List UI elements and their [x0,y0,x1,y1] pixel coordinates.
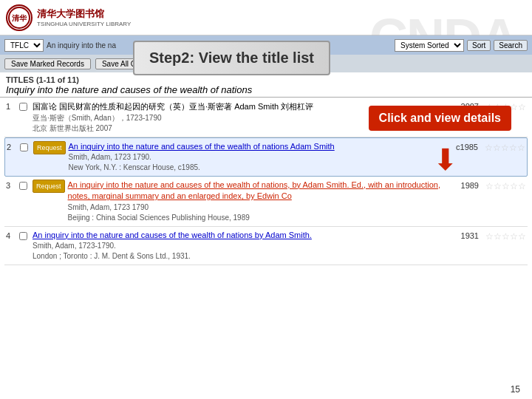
save-marked-button[interactable]: Save Marked Records [4,58,91,69]
row-year: 1989 [449,180,479,190]
row-meta2: Beijing : China Social Sciences Publishi… [68,213,446,223]
row-meta1: Smith, Adam, 1723 1790. [69,152,446,163]
row-number: 3 [6,180,16,190]
row-content: An inquiry into the nature and causes of… [68,180,446,223]
table-row: 3 Request An inquiry into the nature and… [4,177,528,227]
system-sorted-select[interactable]: System Sorted [395,39,464,52]
row-meta2: London ; Toronto : J. M. Dent & Sons Ltd… [33,251,446,262]
step2-banner: Step2: View the title list [133,41,330,75]
titles-header: TITLES (1-11 of 11) Inquiry into the nat… [0,72,532,98]
request-button[interactable]: Request [33,180,65,193]
row-title-english[interactable]: An inquiry into the nature and causes of… [69,141,446,152]
row-content: An inquiry into the nature and causes of… [33,230,446,262]
tflc-select[interactable]: TFLC [4,39,44,52]
row-stars: ☆☆☆☆☆ [482,230,526,242]
row-number: 1 [6,100,16,111]
page-number: 15 [511,384,520,395]
logo-chinese-name: 清华大学图书馆 [37,7,131,21]
arrow-icon: ⬇ [433,143,458,177]
row-checkbox[interactable] [19,100,30,112]
row-year: 1931 [449,230,479,240]
toolbar-right: System Sorted Sort Search [395,39,528,52]
svg-text:清华: 清华 [12,14,27,22]
row-number: 4 [6,230,16,240]
row-number: 2 [7,141,17,151]
logo-text-area: 清华大学图书馆 TSINGHUA UNIVERSITY LIBRARY [37,7,131,27]
logo-english-name: TSINGHUA UNIVERSITY LIBRARY [37,21,131,27]
row-title-english[interactable]: An inquiry into the nature and causes of… [68,180,446,202]
click-tooltip: Click and view details [369,106,511,131]
row-stars: ☆☆☆☆☆ [482,180,526,191]
row-meta1: Smith, Adam, 1723 1790 [68,202,446,213]
row-meta1: Smith, Adam, 1723-1790. [33,241,446,251]
inquiry-text: An inquiry into the na [47,41,116,50]
page-header: 清华 清华大学图书馆 TSINGHUA UNIVERSITY LIBRARY [0,0,532,35]
row-checkbox[interactable] [19,230,30,242]
row-content: An inquiry into the nature and causes of… [69,141,446,173]
request-button[interactable]: Request [33,141,66,154]
row-meta2: New York, N.Y. : Kenscar House, c1985. [69,163,446,173]
sort-button[interactable]: Sort [467,40,491,51]
row-checkbox[interactable] [19,180,30,191]
row-checkbox[interactable] [20,141,30,153]
titles-count: TITLES (1-11 of 11) [6,75,526,84]
row-title-english[interactable]: An inquiry into the nature and causes of… [33,230,446,241]
search-button[interactable]: Search [494,40,528,51]
row-stars: ☆☆☆☆☆ [481,141,525,153]
table-row: 4 An inquiry into the nature and causes … [4,227,528,265]
toolbar-left: TFLC An inquiry into the na [4,39,116,52]
titles-query: Inquiry into the nature and causes of th… [6,84,526,95]
logo-icon: 清华 [6,4,33,31]
logo-area: 清华 清华大学图书馆 TSINGHUA UNIVERSITY LIBRARY [6,4,131,31]
